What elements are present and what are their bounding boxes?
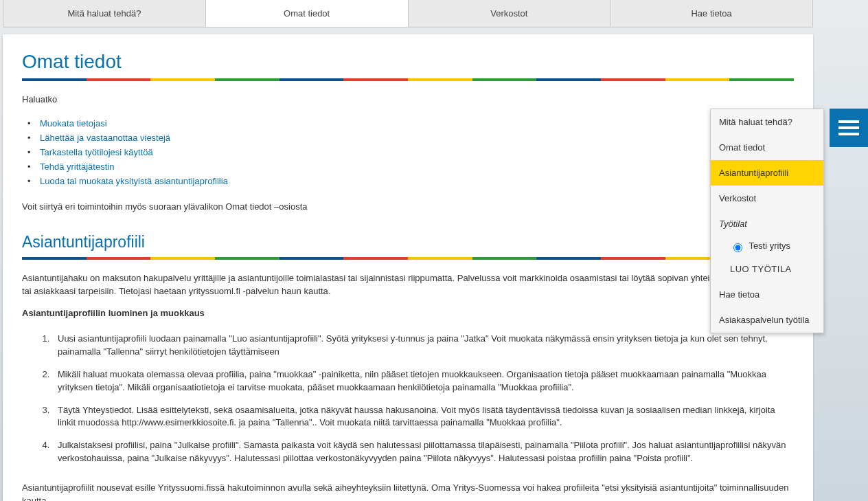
hamburger-icon — [838, 118, 859, 138]
divider-rainbow — [22, 78, 794, 81]
step-3: Täytä Yhteystiedot. Lisää esittelyteksti… — [52, 401, 794, 437]
tab-own-info[interactable]: Omat tiedot — [206, 0, 409, 27]
page-title: Omat tiedot — [22, 51, 794, 73]
tab-search-info[interactable]: Hae tietoa — [610, 0, 812, 27]
link-workspace-usage[interactable]: Tarkastella työtilojesi käyttöä — [40, 147, 153, 157]
expert-note-1: Asiantuntijaprofiilit nousevat esille Yr… — [22, 482, 794, 501]
step-1: Uusi asiantuntijaprofiili luodaan painam… — [52, 330, 794, 366]
link-messages[interactable]: Lähettää ja vastaanottaa viestejä — [40, 133, 170, 143]
tab-what[interactable]: Mitä haluat tehdä? — [3, 0, 206, 27]
tab-networks[interactable]: Verkostot — [409, 0, 611, 27]
menu-workspace-radio[interactable]: Testi yritys — [711, 236, 823, 256]
menu-what[interactable]: Mitä haluat tehdä? — [711, 109, 823, 135]
after-links-text: Voit siirtyä eri toimintoihin myös suora… — [22, 201, 794, 214]
expert-subheading: Asiantuntijaprofiilin luominen ja muokka… — [22, 308, 205, 318]
top-nav: Mitä haluat tehdä? Omat tiedot Verkostot… — [3, 0, 813, 27]
content-card: Omat tiedot Haluatko Muokata tietojasi L… — [3, 34, 813, 501]
menu-search-info[interactable]: Hae tietoa — [711, 282, 823, 307]
intro-text: Haluatko — [22, 93, 794, 107]
hamburger-button[interactable] — [830, 109, 868, 147]
section-title-expert: Asiantuntijaprofiili — [22, 233, 794, 252]
menu-networks[interactable]: Verkostot — [711, 186, 823, 211]
workspace-radio-input[interactable] — [733, 243, 742, 252]
menu-create-workspace[interactable]: LUO TYÖTILA — [711, 256, 823, 282]
menu-own-info[interactable]: Omat tiedot — [711, 135, 823, 160]
menu-workspaces-header: Työtilat — [711, 211, 823, 236]
expert-steps: Uusi asiantuntijaprofiili luodaan painam… — [22, 330, 794, 472]
side-menu: Mitä haluat tehdä? Omat tiedot Asiantunt… — [710, 109, 824, 333]
svg-rect-0 — [838, 120, 859, 123]
step-4: Julkaistaksesi profiilisi, paina "Julkai… — [52, 436, 794, 472]
svg-rect-2 — [838, 133, 859, 135]
menu-customer-service[interactable]: Asiakaspalvelun työtila — [711, 307, 823, 333]
divider-rainbow-2 — [22, 257, 794, 260]
step-2: Mikäli haluat muokata olemassa olevaa pr… — [52, 366, 794, 401]
workspace-radio-label: Testi yritys — [749, 241, 790, 251]
action-link-list: Muokata tietojasi Lähettää ja vastaanott… — [22, 116, 794, 188]
link-expert-profile[interactable]: Luoda tai muokata yksityistä asiantuntij… — [40, 176, 228, 186]
svg-rect-1 — [838, 126, 859, 129]
link-entrepreneur-test[interactable]: Tehdä yrittäjätestin — [40, 162, 114, 172]
expert-intro: Asiantuntijahaku on maksuton hakupalvelu… — [22, 272, 794, 298]
link-edit-info[interactable]: Muokata tietojasi — [40, 118, 107, 129]
menu-expert-profile[interactable]: Asiantuntijaprofiili — [711, 160, 823, 186]
